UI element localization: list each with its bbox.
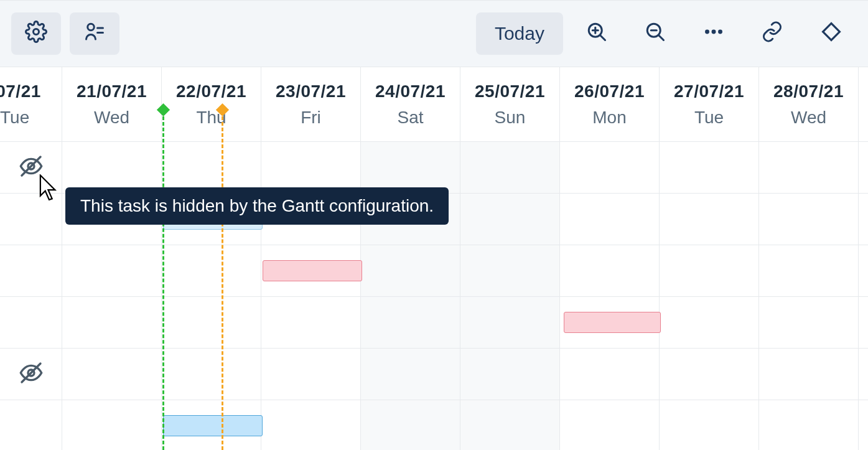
settings-button[interactable] (11, 12, 61, 55)
cursor-icon (39, 174, 60, 204)
weekday-label: Sun (495, 108, 526, 128)
tooltip-text: This task is hidden by the Gantt configu… (80, 196, 434, 215)
weekday-label: Wed (94, 108, 129, 128)
svg-line-5 (600, 35, 605, 40)
toolbar: Today (0, 0, 868, 67)
weekday-label: Tue (694, 108, 724, 128)
date-header: 07/21Tue21/07/21Wed22/07/21Thu23/07/21Fr… (0, 67, 868, 142)
diamond-icon (819, 20, 843, 48)
svg-rect-14 (823, 23, 840, 40)
gantt-area[interactable]: This task is hidden by the Gantt configu… (0, 142, 868, 450)
zoom-in-button[interactable] (572, 12, 622, 55)
task-bar[interactable] (564, 312, 661, 333)
date-column[interactable]: 24/07/21Sat (361, 67, 460, 141)
today-button[interactable]: Today (476, 12, 563, 55)
date-label: 26/07/21 (574, 82, 645, 101)
svg-point-12 (712, 29, 716, 34)
task-bar[interactable] (263, 260, 362, 281)
date-label: 27/07/21 (674, 82, 744, 101)
weekday-label: Mon (592, 108, 626, 128)
date-label: 25/07/21 (475, 82, 545, 101)
toolbar-left (11, 12, 119, 55)
date-label: 23/07/21 (276, 82, 346, 101)
date-label: 21/07/21 (77, 82, 147, 101)
date-column[interactable]: 21/07/21Wed (62, 67, 162, 141)
link-icon (761, 21, 783, 47)
hidden-task-tooltip: This task is hidden by the Gantt configu… (65, 187, 449, 225)
task-row[interactable] (0, 400, 868, 450)
zoom-out-icon (644, 21, 666, 47)
weekday-label: Wed (791, 108, 826, 128)
task-row[interactable] (0, 349, 868, 400)
date-label: 24/07/21 (375, 82, 446, 101)
zoom-in-icon (586, 21, 608, 47)
hidden-eye-icon (19, 360, 44, 388)
weekday-label: Fri (301, 108, 321, 128)
today-marker (162, 111, 164, 450)
date-label: 22/07/21 (176, 82, 246, 101)
date-column[interactable]: 23/07/21Fri (261, 67, 361, 141)
people-button[interactable] (70, 12, 119, 55)
milestone-button[interactable] (806, 12, 857, 55)
task-row[interactable] (0, 297, 868, 349)
deadline-marker (222, 111, 223, 450)
dots-icon (702, 21, 725, 47)
user-list-icon (83, 21, 106, 47)
date-label: 28/07/21 (773, 82, 844, 101)
date-column[interactable]: 07/21Tue (0, 67, 62, 141)
svg-line-9 (659, 35, 664, 40)
date-column[interactable]: 22/07/21Thu (162, 67, 261, 141)
weekday-label: Sat (397, 108, 423, 128)
task-row[interactable] (0, 245, 868, 297)
svg-point-0 (34, 29, 39, 34)
more-button[interactable] (689, 12, 739, 55)
task-row[interactable] (0, 142, 868, 194)
svg-point-13 (718, 29, 722, 34)
date-column[interactable]: 27/07/21Tue (660, 67, 759, 141)
task-bar[interactable] (163, 415, 263, 436)
gear-icon (25, 21, 47, 47)
date-label: 07/21 (0, 82, 41, 101)
zoom-out-button[interactable] (630, 12, 680, 55)
svg-point-11 (705, 29, 709, 34)
svg-point-1 (88, 24, 95, 30)
link-button[interactable] (747, 12, 797, 55)
weekday-label: Tue (0, 108, 29, 128)
toolbar-right: Today (476, 12, 857, 55)
date-column[interactable]: 26/07/21Mon (560, 67, 660, 141)
date-column[interactable]: 25/07/21Sun (460, 67, 560, 141)
date-column[interactable]: 28/07/21Wed (759, 67, 859, 141)
today-label: Today (495, 23, 544, 44)
